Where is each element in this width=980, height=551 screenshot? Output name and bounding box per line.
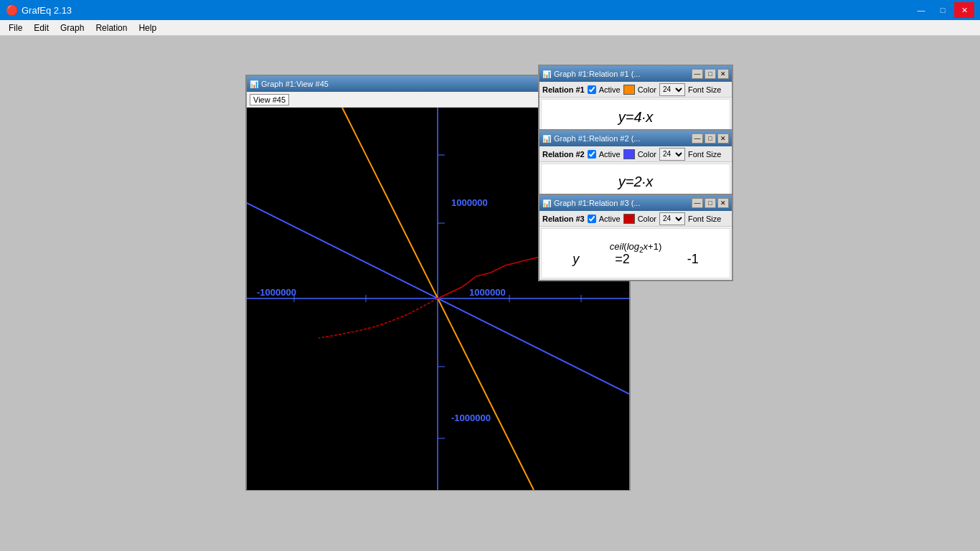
relation2-active-checkbox[interactable] [588, 150, 596, 159]
view-label: View #45 [250, 94, 289, 105]
relation2-name: Relation #2 [542, 150, 585, 159]
relation2-fontsize-select[interactable]: 24 12 18 36 [659, 148, 685, 161]
relation2-maximize-button[interactable]: □ [705, 133, 716, 143]
relation2-formula-text: y=2·x [618, 174, 653, 190]
relation2-toolbar: Relation #2 Active Color 24 12 18 36 Fon… [540, 146, 732, 162]
title-bar: 🔴 GrafEq 2.13 — □ ✕ [0, 0, 980, 20]
relation1-titlebar-left: 📊 Graph #1:Relation #1 (... [542, 70, 640, 78]
relation1-color-label: Color [638, 85, 656, 94]
relation2-window: 📊 Graph #1:Relation #2 (... — □ ✕ Relati… [538, 129, 733, 202]
relation1-icon: 📊 [542, 70, 551, 78]
axis-label-left: -1000000 [257, 287, 296, 298]
relation3-formula-bottom: y=2 -1 [573, 252, 699, 267]
maximize-button[interactable]: □ [933, 2, 953, 18]
relation2-titlebar: 📊 Graph #1:Relation #2 (... — □ ✕ [540, 131, 732, 146]
relation3-active-label: Active [599, 215, 621, 223]
relation1-maximize-button[interactable]: □ [705, 69, 716, 79]
relation3-fontsize-label: Font Size [688, 215, 721, 223]
relation1-color-box[interactable] [623, 85, 635, 95]
relation1-title: Graph #1:Relation #1 (... [554, 70, 640, 78]
relation1-titlebar: 📊 Graph #1:Relation #1 (... — □ ✕ [540, 66, 732, 82]
menu-file[interactable]: File [3, 22, 28, 34]
relation1-name: Relation #1 [542, 85, 585, 94]
relation1-fontsize-label: Font Size [688, 85, 721, 94]
minimize-button[interactable]: — [911, 2, 931, 18]
relation2-minimize-button[interactable]: — [692, 133, 703, 143]
close-button[interactable]: ✕ [954, 2, 974, 18]
axis-label-bottom: -1000000 [451, 413, 491, 423]
relation3-formula[interactable]: ceil(log2x+1) y=2 -1 [541, 228, 730, 278]
relation2-fontsize-label: Font Size [688, 150, 721, 159]
relation2-title: Graph #1:Relation #2 (... [554, 134, 640, 143]
menu-help[interactable]: Help [133, 22, 162, 34]
relation3-title: Graph #1:Relation #3 (... [554, 199, 640, 207]
relation1-toolbar: Relation #1 Active Color 24 12 18 36 Fon… [540, 82, 732, 98]
relation2-close-button[interactable]: ✕ [717, 133, 729, 143]
graph-titlebar-left: 📊 Graph #1:View #45 [250, 80, 329, 88]
relation3-fontsize-select[interactable]: 24 12 18 36 [659, 212, 685, 225]
relation2-active-label: Active [599, 150, 621, 159]
relation3-toolbar: Relation #3 Active Color 24 12 18 36 Fon… [540, 211, 732, 227]
relation2-titlebar-left: 📊 Graph #1:Relation #2 (... [542, 134, 640, 143]
relation2-color-box[interactable] [623, 149, 635, 159]
relation1-close-button[interactable]: ✕ [717, 69, 729, 79]
relation3-maximize-button[interactable]: □ [705, 198, 716, 208]
menu-graph[interactable]: Graph [55, 22, 90, 34]
relation2-color-label: Color [638, 150, 656, 159]
menu-edit[interactable]: Edit [28, 22, 55, 34]
relation3-formula-top: ceil(log2x+1) [610, 241, 661, 254]
relation1-window: 📊 Graph #1:Relation #1 (... — □ ✕ Relati… [538, 65, 733, 138]
relation3-color-label: Color [638, 215, 656, 223]
title-text: GrafEq 2.13 [22, 5, 72, 16]
relation1-formula-text: y=4·x [618, 109, 653, 126]
main-area: 📊 Graph #1:View #45 — □ ✕ View #45 G [0, 36, 980, 551]
graph-window-icon: 📊 [250, 80, 258, 88]
relation3-controls: — □ ✕ [692, 198, 729, 208]
title-bar-left: 🔴 GrafEq 2.13 [6, 4, 72, 16]
relation2-controls: — □ ✕ [692, 133, 729, 143]
relation1-active-label: Active [599, 85, 621, 94]
relation3-close-button[interactable]: ✕ [717, 198, 729, 208]
menu-relation[interactable]: Relation [90, 22, 133, 34]
relation1-controls: — □ ✕ [692, 69, 729, 79]
relation3-color-box[interactable] [623, 214, 635, 224]
axis-label-top: 1000000 [451, 197, 488, 208]
relation1-minimize-button[interactable]: — [692, 69, 703, 79]
relation3-titlebar-left: 📊 Graph #1:Relation #3 (... [542, 199, 640, 207]
relation3-titlebar: 📊 Graph #1:Relation #3 (... — □ ✕ [540, 195, 732, 211]
title-controls: — □ ✕ [911, 2, 974, 18]
relation3-minimize-button[interactable]: — [692, 198, 703, 208]
relation1-active-checkbox[interactable] [588, 85, 596, 94]
relation1-fontsize-select[interactable]: 24 12 18 36 [659, 83, 685, 96]
relation2-icon: 📊 [542, 135, 551, 143]
graph-window-title: Graph #1:View #45 [261, 80, 329, 88]
app-icon: 🔴 [6, 4, 17, 16]
relation3-window: 📊 Graph #1:Relation #3 (... — □ ✕ Relati… [538, 194, 733, 281]
menu-bar: File Edit Graph Relation Help [0, 20, 980, 36]
axis-label-right: 1000000 [469, 287, 506, 298]
relation3-name: Relation #3 [542, 215, 585, 223]
relation3-active-checkbox[interactable] [588, 215, 596, 223]
relation3-icon: 📊 [542, 199, 551, 207]
